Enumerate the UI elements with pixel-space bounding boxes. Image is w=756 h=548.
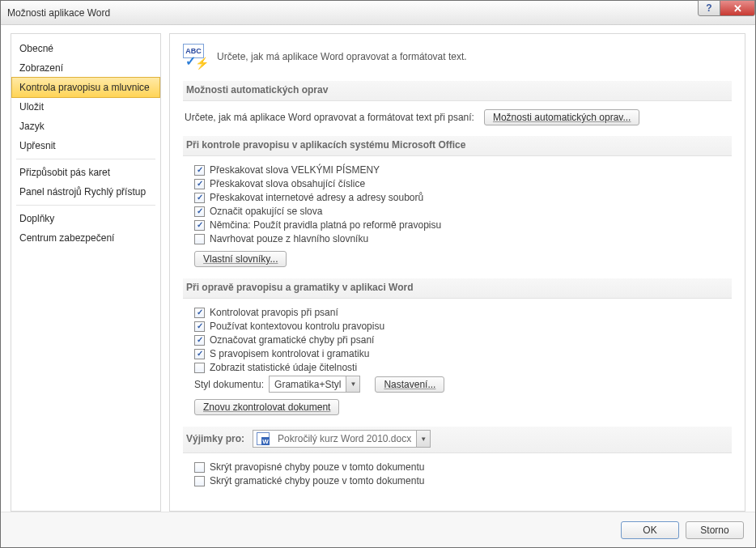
checkbox[interactable] bbox=[194, 220, 205, 231]
section-office-spelling-title: Při kontrole pravopisu v aplikacích syst… bbox=[183, 136, 732, 156]
sidebar-item[interactable]: Obecné bbox=[11, 39, 160, 58]
checkbox-label: Přeskakovat slova obsahující číslice bbox=[210, 178, 365, 189]
checkbox[interactable] bbox=[194, 308, 205, 318]
sidebar-separator bbox=[16, 159, 155, 159]
chevron-down-icon: ▼ bbox=[416, 431, 430, 447]
autocorrect-options-button[interactable]: Možnosti automatických oprav... bbox=[484, 109, 640, 125]
checkbox-label: S pravopisem kontrolovat i gramatiku bbox=[210, 348, 369, 359]
custom-dictionaries-button[interactable]: Vlastní slovníky... bbox=[194, 251, 287, 267]
sidebar-item[interactable]: Jazyk bbox=[11, 117, 160, 136]
recheck-document-button[interactable]: Znovu zkontrolovat dokument bbox=[194, 399, 339, 415]
checkbox-label: Označovat gramatické chyby při psaní bbox=[210, 334, 374, 346]
checkbox[interactable] bbox=[194, 165, 205, 176]
word-spelling-row: Používat kontextovou kontrolu pravopisu bbox=[194, 321, 732, 332]
checkbox-label: Skrýt gramatické chyby pouze v tomto dok… bbox=[210, 475, 424, 486]
section-word-spelling-title: Při opravě pravopisu a gramatiky v aplik… bbox=[183, 278, 732, 299]
help-button[interactable]: ? bbox=[698, 0, 720, 16]
checkbox-label: Používat kontextovou kontrolu pravopisu bbox=[210, 321, 384, 332]
checkbox-label: Navrhovat pouze z hlavního slovníku bbox=[210, 233, 368, 244]
cancel-button[interactable]: Storno bbox=[686, 521, 744, 539]
titlebar-controls: ? ✕ bbox=[699, 0, 755, 16]
checkbox-label: Zobrazit statistické údaje čitelnosti bbox=[210, 362, 357, 373]
office-spelling-row: Přeskakovat slova VELKÝMI PÍSMENY bbox=[194, 164, 732, 176]
checkbox-label: Němčina: Použít pravidla platná po refor… bbox=[210, 219, 441, 231]
sidebar-item[interactable]: Centrum zabezpečení bbox=[11, 228, 160, 248]
word-spelling-row: Zobrazit statistické údaje čitelnosti bbox=[194, 362, 732, 373]
lightning-icon: ⚡ bbox=[195, 57, 209, 70]
office-spelling-row: Němčina: Použít pravidla platná po refor… bbox=[194, 219, 732, 231]
checkbox-label: Přeskakovat internetové adresy a adresy … bbox=[210, 192, 423, 203]
help-icon: ? bbox=[706, 2, 711, 14]
checkbox[interactable] bbox=[194, 335, 205, 346]
writing-style-row: Styl dokumentu: Gramatika+Styl ▼ Nastave… bbox=[194, 376, 732, 393]
proofing-icon: ABC ✓ ⚡ bbox=[183, 44, 209, 70]
page-header: ABC ✓ ⚡ Určete, jak má aplikace Word opr… bbox=[183, 44, 732, 70]
page-description: Určete, jak má aplikace Word opravovat a… bbox=[217, 51, 467, 62]
writing-style-label: Styl dokumentu: bbox=[194, 379, 264, 390]
close-button[interactable]: ✕ bbox=[720, 0, 755, 16]
exceptions-label: Výjimky pro: bbox=[186, 433, 244, 444]
checkbox-label: Skrýt pravopisné chyby pouze v tomto dok… bbox=[210, 461, 424, 473]
checkbox-label: Kontrolovat pravopis při psaní bbox=[210, 307, 338, 318]
word-spelling-row: Označovat gramatické chyby při psaní bbox=[194, 334, 732, 346]
sidebar-item[interactable]: Upřesnit bbox=[11, 136, 160, 155]
checkbox-label: Označit opakující se slova bbox=[210, 206, 322, 217]
checkbox[interactable] bbox=[194, 476, 205, 486]
checkbox[interactable] bbox=[194, 349, 205, 359]
sidebar-item[interactable]: Přizpůsobit pás karet bbox=[11, 163, 160, 182]
writing-style-select[interactable]: Gramatika+Styl ▼ bbox=[269, 376, 360, 393]
office-spelling-row: Navrhovat pouze z hlavního slovníku bbox=[194, 233, 732, 244]
checkbox[interactable] bbox=[194, 179, 205, 189]
word-spelling-row: Kontrolovat pravopis při psaní bbox=[194, 307, 732, 318]
checkbox[interactable] bbox=[194, 321, 205, 332]
sidebar-item[interactable]: Uložit bbox=[11, 97, 160, 117]
autocorrect-row: Určete, jak má aplikace Word opravovat a… bbox=[185, 109, 732, 125]
section-autocorrect-title: Možnosti automatických oprav bbox=[183, 81, 732, 101]
sidebar-separator bbox=[16, 205, 155, 206]
dialog-footer: OK Storno bbox=[1, 512, 755, 547]
chevron-down-icon: ▼ bbox=[346, 376, 359, 392]
close-icon: ✕ bbox=[733, 2, 742, 15]
ok-button[interactable]: OK bbox=[621, 521, 679, 539]
checkbox[interactable] bbox=[194, 234, 205, 244]
exceptions-row: Skrýt pravopisné chyby pouze v tomto dok… bbox=[194, 461, 732, 473]
checkbox[interactable] bbox=[194, 193, 205, 203]
sidebar-item[interactable]: Doplňky bbox=[11, 209, 160, 228]
word-document-icon bbox=[257, 432, 270, 445]
titlebar[interactable]: Možnosti aplikace Word ? ✕ bbox=[1, 1, 755, 25]
category-sidebar: ObecnéZobrazeníKontrola pravopisu a mluv… bbox=[11, 33, 161, 512]
word-spelling-row: S pravopisem kontrolovat i gramatiku bbox=[194, 348, 732, 359]
sidebar-item[interactable]: Kontrola pravopisu a mluvnice bbox=[11, 77, 160, 98]
checkbox[interactable] bbox=[194, 462, 205, 473]
sidebar-item[interactable]: Panel nástrojů Rychlý přístup bbox=[11, 182, 160, 202]
checkbox-label: Přeskakovat slova VELKÝMI PÍSMENY bbox=[210, 164, 380, 176]
content-panel: ABC ✓ ⚡ Určete, jak má aplikace Word opr… bbox=[169, 33, 745, 512]
window-title: Možnosti aplikace Word bbox=[7, 7, 110, 19]
office-spelling-row: Přeskakovat internetové adresy a adresy … bbox=[194, 192, 732, 203]
sidebar-item[interactable]: Zobrazení bbox=[11, 58, 160, 78]
checkbox[interactable] bbox=[194, 206, 205, 217]
exceptions-row: Skrýt gramatické chyby pouze v tomto dok… bbox=[194, 475, 732, 486]
office-spelling-row: Přeskakovat slova obsahující číslice bbox=[194, 178, 732, 189]
autocorrect-desc: Určete, jak má aplikace Word opravovat a… bbox=[185, 112, 474, 123]
checkbox[interactable] bbox=[194, 363, 205, 373]
exceptions-document-select[interactable]: Pokročilý kurz Word 2010.docx ▼ bbox=[253, 430, 431, 448]
office-spelling-row: Označit opakující se slova bbox=[194, 206, 732, 217]
section-exceptions-head: Výjimky pro: Pokročilý kurz Word 2010.do… bbox=[183, 427, 732, 453]
options-dialog: Možnosti aplikace Word ? ✕ ObecnéZobraze… bbox=[0, 0, 756, 548]
dialog-body: ObecnéZobrazeníKontrola pravopisu a mluv… bbox=[1, 25, 755, 512]
settings-button[interactable]: Nastavení... bbox=[375, 376, 444, 393]
